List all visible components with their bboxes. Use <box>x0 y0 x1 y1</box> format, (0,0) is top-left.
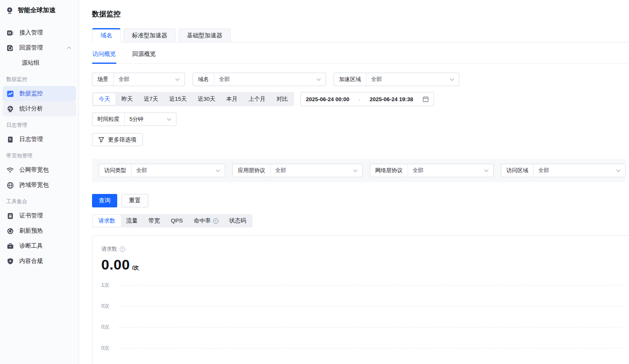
question-circle-icon: ? <box>213 218 218 224</box>
scene-select-label: 场景 <box>92 73 114 86</box>
visit-region-select[interactable]: 访问区域 全部 <box>501 164 626 177</box>
chart-total-value: 0.00 <box>101 257 130 273</box>
preset-15d[interactable]: 近15天 <box>164 93 192 105</box>
preset-last-month[interactable]: 上个月 <box>243 93 271 105</box>
sidebar-item-label: 刷新预热 <box>19 227 43 235</box>
metric-tab-requests[interactable]: 请求数 <box>93 215 121 227</box>
sidebar-item-label: 诊断工具 <box>19 242 43 250</box>
sidebar-item-label: 公网带宽包 <box>19 166 49 174</box>
top-tabs: 域名 标准型加速器 基础型加速器 <box>92 28 629 42</box>
preset-yesterday[interactable]: 昨天 <box>116 93 138 105</box>
sidebar-section-monitor: 数据监控 <box>0 71 79 86</box>
preset-compare[interactable]: 对比 <box>271 93 293 105</box>
preset-30d[interactable]: 近30天 <box>192 93 221 105</box>
more-filters-button[interactable]: 更多筛选项 <box>92 133 143 146</box>
sidebar-item-label: 证书管理 <box>19 212 43 220</box>
sidebar-item-purge[interactable]: 刷新预热 <box>3 223 76 238</box>
chevron-down-icon <box>176 77 180 81</box>
date-range-picker[interactable]: 2025-06-24 00:00 - 2025-06-24 19:38 <box>300 92 434 106</box>
chevron-down-icon <box>353 168 358 172</box>
granularity-select[interactable]: 时间粒度 5分钟 <box>92 113 176 126</box>
tab-basic-accelerator[interactable]: 基础型加速器 <box>179 29 231 42</box>
visit-region-select-value: 全部 <box>534 167 617 174</box>
refresh-circle-icon <box>6 227 14 235</box>
chevron-up-icon <box>67 46 71 50</box>
date-preset-group: 今天 昨天 近7天 近15天 近30天 本月 上个月 对比 <box>92 92 294 106</box>
metric-tab-hitrate-label: 命中率 <box>194 215 211 227</box>
region-select-label: 加速区域 <box>334 73 366 86</box>
reset-button[interactable]: 重置 <box>121 194 148 207</box>
pulse-circle-icon <box>6 105 14 113</box>
sidebar: 智能全球加速 接入管理 回源管理 <box>0 0 79 364</box>
subtab-access-overview[interactable]: 访问概览 <box>92 50 116 63</box>
region-select-value: 全部 <box>366 76 450 83</box>
y-axis-tick: 0次 <box>101 303 114 310</box>
preset-this-month[interactable]: 本月 <box>221 93 243 105</box>
chevron-down-icon <box>167 117 171 121</box>
page-title: 数据监控 <box>92 0 629 19</box>
tab-standard-accelerator[interactable]: 标准型加速器 <box>124 29 176 42</box>
gridline <box>118 348 623 348</box>
grid-row: 0次 <box>101 338 623 359</box>
grid-row: 1次 <box>101 275 623 296</box>
chart-card: 请求数 ? 0.00 /次 1次 0次 0次 0次 <box>92 235 629 364</box>
date-separator: - <box>358 96 360 102</box>
chart-total: 0.00 /次 <box>101 257 623 273</box>
wifi-icon <box>6 166 14 174</box>
sidebar-item-log[interactable]: 日志管理 <box>3 132 76 147</box>
query-button[interactable]: 查询 <box>92 194 117 207</box>
logo: 智能全球加速 <box>0 0 79 18</box>
sidebar-item-diagnose[interactable]: 诊断工具 <box>3 238 76 254</box>
sidebar-item-crossdomain-bwp[interactable]: 跨域带宽包 <box>3 178 76 193</box>
gridline <box>118 285 623 285</box>
region-select[interactable]: 加速区域 全部 <box>334 73 459 86</box>
chevron-down-icon <box>317 77 321 81</box>
granularity-row: 时间粒度 5分钟 <box>92 113 629 126</box>
gridline <box>118 306 623 306</box>
metric-tab-bandwidth[interactable]: 带宽 <box>143 215 166 227</box>
sidebar-item-monitor[interactable]: 数据监控 <box>3 86 76 101</box>
question-circle-icon: ? <box>120 246 125 252</box>
sidebar-item-origin-group[interactable]: 源站组 <box>3 55 76 71</box>
app-protocol-select[interactable]: 应用层协议 全部 <box>232 164 363 177</box>
sidebar-item-access[interactable]: 接入管理 <box>3 25 76 40</box>
sidebar-section-tools: 工具集合 <box>0 193 79 208</box>
advanced-filter-panel: 访问类型 全部 应用层协议 全部 网络层协议 全部 访问区域 全部 <box>92 159 626 182</box>
sidebar-item-public-bwp[interactable]: 公网带宽包 <box>3 162 76 178</box>
chevron-down-icon <box>450 77 454 81</box>
net-protocol-select-label: 网络层协议 <box>370 164 408 177</box>
sidebar-item-cert[interactable]: 证书管理 <box>3 208 76 223</box>
metric-tab-traffic[interactable]: 流量 <box>121 215 143 227</box>
net-protocol-select[interactable]: 网络层协议 全部 <box>370 164 494 177</box>
sidebar-item-label: 源站组 <box>22 59 39 67</box>
sidebar-item-origin[interactable]: 回源管理 <box>3 40 76 55</box>
granularity-select-value: 5分钟 <box>125 115 168 123</box>
access-type-select[interactable]: 访问类型 全部 <box>99 164 225 177</box>
date-end: 2025-06-24 19:38 <box>370 96 413 102</box>
chart-grid: 1次 0次 0次 0次 <box>101 275 623 359</box>
sidebar-item-compliance[interactable]: 内容合规 <box>3 254 76 269</box>
preset-7d[interactable]: 近7天 <box>138 93 164 105</box>
calendar-icon <box>422 96 429 102</box>
toolbox-icon <box>6 242 14 250</box>
globe-icon <box>6 181 14 189</box>
granularity-select-label: 时间粒度 <box>92 113 125 126</box>
sub-tabs: 访问概览 回源概览 <box>92 50 629 64</box>
y-axis-tick: 0次 <box>101 345 114 352</box>
sidebar-item-stats[interactable]: 统计分析 <box>3 101 76 116</box>
filter-row-1: 场景 全部 域名 全部 加速区域 全部 <box>92 73 629 86</box>
grid-row: 0次 <box>101 317 623 338</box>
sidebar-item-label: 日志管理 <box>19 136 43 143</box>
subtab-origin-overview[interactable]: 回源概览 <box>132 50 156 63</box>
metric-tab-hitrate[interactable]: 命中率 ? <box>188 215 224 227</box>
tab-domain[interactable]: 域名 <box>92 28 121 42</box>
scene-select[interactable]: 场景 全部 <box>92 73 185 86</box>
visit-region-select-label: 访问区域 <box>501 164 534 177</box>
sidebar-nav: 接入管理 回源管理 源站组 数据监控 <box>0 25 79 269</box>
document-icon <box>6 136 14 143</box>
chevron-down-icon <box>216 168 220 172</box>
domain-select[interactable]: 域名 全部 <box>192 73 326 86</box>
metric-tab-qps[interactable]: QPS <box>166 215 189 227</box>
metric-tab-statuscode[interactable]: 状态码 <box>224 215 252 227</box>
preset-today[interactable]: 今天 <box>93 93 116 105</box>
